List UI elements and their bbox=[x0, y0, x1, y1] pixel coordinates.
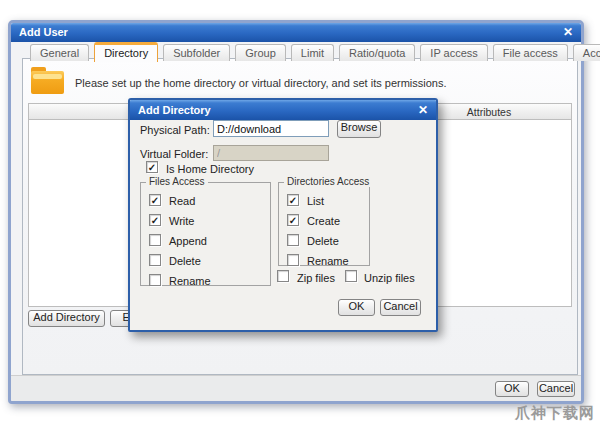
virtual-folder-label: Virtual Folder: bbox=[140, 148, 208, 160]
directories-access-row: ✓ List bbox=[279, 194, 369, 208]
modal-close-icon[interactable]: ✕ bbox=[418, 103, 428, 117]
read-checkbox[interactable]: ✓ bbox=[149, 194, 161, 206]
is-home-directory-checkbox[interactable]: ✓ bbox=[146, 161, 158, 173]
tab-subfolder[interactable]: Subfolder bbox=[163, 44, 230, 61]
tab-access-time[interactable]: Access time bbox=[573, 44, 600, 61]
tab-group[interactable]: Group bbox=[235, 44, 286, 61]
add-directory-modal: Add Directory ✕ Physical Path: Browse Vi… bbox=[128, 98, 438, 332]
rename-dirs-checkbox[interactable] bbox=[287, 254, 299, 266]
ok-button[interactable]: OK bbox=[495, 381, 529, 397]
modal-ok-button[interactable]: OK bbox=[338, 299, 375, 316]
add-directory-button[interactable]: Add Directory bbox=[28, 310, 105, 327]
virtual-folder-input bbox=[213, 145, 329, 161]
modal-title: Add Directory bbox=[138, 104, 211, 116]
append-label: Append bbox=[169, 235, 207, 247]
create-checkbox[interactable]: ✓ bbox=[287, 214, 299, 226]
files-access-row: ✓ Read bbox=[141, 194, 270, 208]
append-checkbox[interactable] bbox=[149, 234, 161, 246]
modal-cancel-button[interactable]: Cancel bbox=[380, 299, 421, 316]
physical-path-input[interactable] bbox=[213, 120, 329, 137]
browse-button[interactable]: Browse bbox=[337, 120, 381, 138]
unzip-files-label: Unzip files bbox=[364, 272, 415, 284]
physical-path-label: Physical Path: bbox=[140, 124, 210, 136]
close-icon[interactable]: ✕ bbox=[563, 25, 573, 39]
directories-access-row: ✓ Create bbox=[279, 214, 369, 228]
delete-files-checkbox[interactable] bbox=[149, 254, 161, 266]
tab-limit[interactable]: Limit bbox=[291, 44, 334, 61]
is-home-directory-label: Is Home Directory bbox=[166, 163, 254, 175]
tab-file-access[interactable]: File access bbox=[493, 44, 568, 61]
list-checkbox[interactable]: ✓ bbox=[287, 194, 299, 206]
folder-icon bbox=[31, 67, 64, 94]
files-access-group: Files Access ✓ Read ✓ Write Append Delet… bbox=[140, 182, 271, 286]
rename-files-label: Rename bbox=[169, 275, 211, 287]
files-access-row: Append bbox=[141, 234, 270, 248]
read-label: Read bbox=[169, 195, 195, 207]
delete-dirs-label: Delete bbox=[307, 235, 339, 247]
window-footer: OK Cancel bbox=[11, 375, 581, 401]
files-access-legend: Files Access bbox=[146, 176, 208, 187]
create-label: Create bbox=[307, 215, 340, 227]
directories-access-row: Rename bbox=[279, 254, 369, 268]
write-checkbox[interactable]: ✓ bbox=[149, 214, 161, 226]
list-label: List bbox=[307, 195, 324, 207]
write-label: Write bbox=[169, 215, 194, 227]
window-title: Add User bbox=[19, 26, 68, 38]
directories-access-group: Directories Access ✓ List ✓ Create Delet… bbox=[278, 182, 370, 266]
tab-ratio-quota[interactable]: Ratio/quota bbox=[339, 44, 415, 61]
tab-general[interactable]: General bbox=[30, 44, 89, 61]
zip-files-label: Zip files bbox=[297, 272, 335, 284]
tab-ip-access[interactable]: IP access bbox=[420, 44, 488, 61]
delete-files-label: Delete bbox=[169, 255, 201, 267]
cancel-button[interactable]: Cancel bbox=[537, 381, 575, 397]
directories-access-legend: Directories Access bbox=[284, 176, 372, 187]
instruction-text: Please set up the home directory or virt… bbox=[75, 77, 447, 89]
modal-titlebar: Add Directory ✕ bbox=[130, 100, 436, 120]
files-access-row: Delete bbox=[141, 254, 270, 268]
files-access-row: ✓ Write bbox=[141, 214, 270, 228]
page: Add User ✕ General Directory Subfolder G… bbox=[0, 0, 600, 425]
window-titlebar: Add User ✕ bbox=[11, 23, 581, 42]
tab-bar: General Directory Subfolder Group Limit … bbox=[30, 41, 600, 61]
directories-access-row: Delete bbox=[279, 234, 369, 248]
rename-files-checkbox[interactable] bbox=[149, 274, 161, 286]
zip-files-checkbox[interactable] bbox=[277, 270, 289, 282]
folder-icon-part bbox=[33, 74, 62, 79]
tab-directory[interactable]: Directory bbox=[94, 42, 158, 62]
delete-dirs-checkbox[interactable] bbox=[287, 234, 299, 246]
watermark-text: 爪神下载网 bbox=[515, 404, 595, 423]
files-access-row: Rename bbox=[141, 274, 270, 288]
unzip-files-checkbox[interactable] bbox=[345, 270, 357, 282]
column-header-attributes[interactable]: Attributes bbox=[429, 106, 549, 118]
rename-dirs-label: Rename bbox=[307, 255, 349, 267]
